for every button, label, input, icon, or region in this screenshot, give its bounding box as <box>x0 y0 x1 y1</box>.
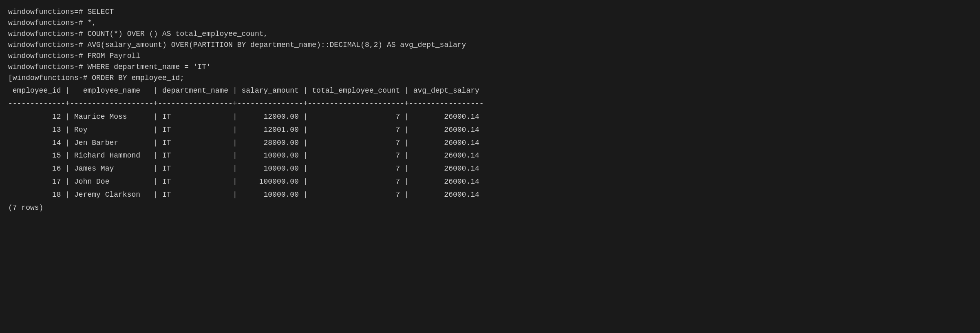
table-row: 15 | Richard Hammond | IT | 10000.00 | 7… <box>8 150 972 162</box>
prompt-3: windowfunctions-# <box>8 30 87 38</box>
query-line-4: windowfunctions-# AVG(salary_amount) OVE… <box>8 40 972 51</box>
table-separator: -------------+-------------------+------… <box>8 98 972 110</box>
table-row: 14 | Jen Barber | IT | 28000.00 | 7 | 26… <box>8 138 972 149</box>
code-1: SELECT <box>87 8 114 16</box>
code-6: WHERE department_name = 'IT' <box>87 63 210 71</box>
query-line-3: windowfunctions-# COUNT(*) OVER () AS to… <box>8 29 972 40</box>
table-row: 17 | John Doe | IT | 100000.00 | 7 | 260… <box>8 176 972 188</box>
table-header: employee_id | employee_name | department… <box>8 85 972 97</box>
prompt-6: windowfunctions-# <box>8 63 87 71</box>
prompt-2: windowfunctions-# <box>8 19 87 27</box>
terminal: windowfunctions=# SELECT windowfunctions… <box>8 7 972 213</box>
code-4: AVG(salary_amount) OVER(PARTITION BY dep… <box>87 41 466 49</box>
code-3: COUNT(*) OVER () AS total_employee_count… <box>87 30 268 38</box>
query-line-6: windowfunctions-# WHERE department_name … <box>8 62 972 73</box>
query-line-7: [windowfunctions-# ORDER BY employee_id; <box>8 73 972 84</box>
table-row: 13 | Roy | IT | 12001.00 | 7 | 26000.14 <box>8 124 972 136</box>
code-5: FROM Payroll <box>87 52 140 60</box>
table-row: 16 | James May | IT | 10000.00 | 7 | 260… <box>8 163 972 175</box>
code-2: *, <box>87 19 96 27</box>
query-line-2: windowfunctions-# *, <box>8 18 972 29</box>
rows-count: (7 rows) <box>8 202 972 213</box>
table-row: 12 | Maurice Moss | IT | 12000.00 | 7 | … <box>8 111 972 123</box>
query-line-5: windowfunctions-# FROM Payroll <box>8 51 972 62</box>
table-row: 18 | Jeremy Clarkson | IT | 10000.00 | 7… <box>8 189 972 201</box>
prompt-4: windowfunctions-# <box>8 41 87 49</box>
prompt-1: windowfunctions=# <box>8 8 87 16</box>
prompt-5: windowfunctions-# <box>8 52 87 60</box>
code-7: ORDER BY employee_id; <box>92 74 184 82</box>
prompt-7: [windowfunctions-# <box>8 74 92 82</box>
query-line-1: windowfunctions=# SELECT <box>8 7 972 18</box>
